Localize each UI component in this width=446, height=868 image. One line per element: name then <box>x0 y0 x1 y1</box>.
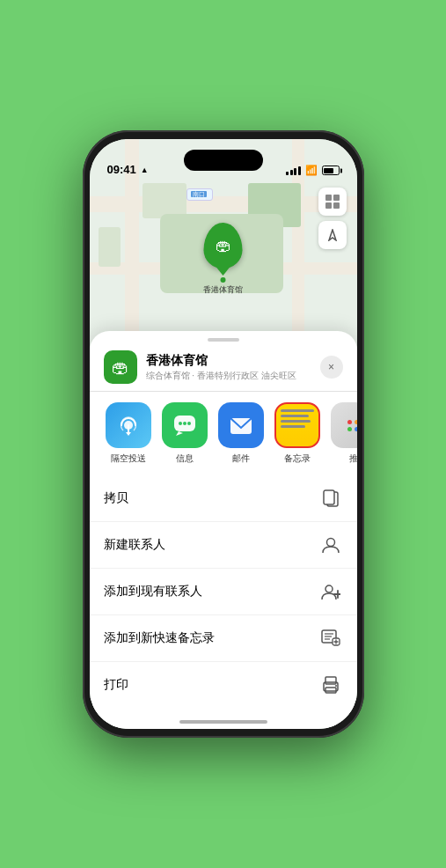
venue-dot <box>221 277 226 283</box>
more-dot-green <box>347 427 352 431</box>
add-contact-icon <box>318 579 343 604</box>
more-dot-red <box>347 420 352 424</box>
copy-icon <box>318 486 343 511</box>
bottom-sheet: 🏟 香港体育馆 综合体育馆 · 香港特别行政区 油尖旺区 × <box>90 331 357 729</box>
venue-map-label: 香港体育馆 <box>203 284 243 296</box>
svg-point-16 <box>325 585 333 592</box>
battery-fill <box>324 168 333 173</box>
map-type-button[interactable] <box>318 188 347 216</box>
close-icon: × <box>328 361 334 373</box>
airdrop-icon <box>106 402 151 448</box>
airdrop-label: 隔空投送 <box>111 452 146 465</box>
venue-thumbnail: 🏟 <box>104 350 137 384</box>
time-display: 09:41 <box>107 163 136 176</box>
more-label: 推 <box>349 452 357 465</box>
action-copy[interactable]: 拷贝 <box>90 475 357 522</box>
more-dot-blue <box>355 427 357 431</box>
share-row: 隔空投送 信息 <box>90 392 357 472</box>
venue-pin: 🏟 <box>204 223 243 268</box>
signal-bar-4 <box>298 166 301 175</box>
location-arrow-icon: ▲ <box>141 166 149 174</box>
action-list: 拷贝 新建联系人 <box>90 472 357 711</box>
print-icon <box>318 673 343 697</box>
messages-icon <box>162 402 208 448</box>
svg-rect-3 <box>333 202 340 209</box>
quick-note-icon <box>318 626 343 651</box>
status-icons: 📶 <box>286 165 340 176</box>
map-controls[interactable] <box>318 188 347 254</box>
svg-point-10 <box>183 422 186 425</box>
notes-line-1 <box>281 409 314 412</box>
more-icon <box>331 402 357 448</box>
action-print[interactable]: 打印 <box>90 662 357 708</box>
notes-line-3 <box>281 420 311 423</box>
action-new-contact-label: 新建联系人 <box>104 537 165 553</box>
svg-marker-4 <box>329 230 336 240</box>
svg-rect-14 <box>324 490 334 504</box>
signal-bar-3 <box>294 168 296 175</box>
more-dot-orange <box>355 420 357 424</box>
signal-bar-1 <box>286 172 289 175</box>
share-airdrop[interactable]: 隔空投送 <box>100 402 157 465</box>
notes-lines <box>276 404 318 446</box>
svg-point-11 <box>187 422 191 425</box>
svg-rect-2 <box>325 202 332 209</box>
action-print-label: 打印 <box>104 677 128 693</box>
svg-point-15 <box>326 539 334 547</box>
phone-frame: 09:41 ▲ 📶 <box>83 130 364 738</box>
venue-thumb-icon: 🏟 <box>112 357 129 378</box>
building-1 <box>143 183 186 218</box>
svg-point-29 <box>335 685 337 687</box>
svg-marker-7 <box>126 432 131 436</box>
action-quick-note-label: 添加到新快速备忘录 <box>104 630 215 646</box>
status-time: 09:41 ▲ <box>107 163 149 176</box>
battery-icon <box>322 166 340 175</box>
venue-info: 香港体育馆 综合体育馆 · 香港特别行政区 油尖旺区 <box>146 353 320 382</box>
phone-screen: 09:41 ▲ 📶 <box>90 139 357 729</box>
signal-bar-2 <box>290 170 293 175</box>
more-dots <box>347 420 357 431</box>
action-add-existing-label: 添加到现有联系人 <box>104 584 202 600</box>
home-indicator <box>179 720 267 724</box>
more-dot-row-2 <box>347 427 357 431</box>
new-contact-icon <box>318 533 343 557</box>
building-2 <box>99 227 121 267</box>
notes-icon <box>274 402 320 448</box>
location-button[interactable] <box>318 221 347 249</box>
signal-bars <box>286 166 301 175</box>
venue-marker[interactable]: 🏟 香港体育馆 <box>203 223 243 296</box>
action-add-existing[interactable]: 添加到现有联系人 <box>90 569 357 615</box>
dynamic-island <box>184 150 263 171</box>
map-label-nankou: 南口 南口 <box>186 188 213 201</box>
svg-rect-27 <box>325 677 336 684</box>
svg-rect-0 <box>325 195 332 201</box>
svg-rect-1 <box>333 195 340 201</box>
more-dot-row-1 <box>347 420 357 424</box>
action-new-contact[interactable]: 新建联系人 <box>90 522 357 569</box>
action-quick-note[interactable]: 添加到新快速备忘录 <box>90 615 357 662</box>
venue-subtitle: 综合体育馆 · 香港特别行政区 油尖旺区 <box>146 370 320 382</box>
close-button[interactable]: × <box>320 356 343 379</box>
notes-label: 备忘录 <box>284 452 311 465</box>
mail-label: 邮件 <box>232 452 250 465</box>
messages-label: 信息 <box>176 452 194 465</box>
svg-rect-28 <box>325 688 336 693</box>
venue-header: 🏟 香港体育馆 综合体育馆 · 香港特别行政区 油尖旺区 × <box>90 342 357 392</box>
action-copy-label: 拷贝 <box>104 490 128 506</box>
share-messages[interactable]: 信息 <box>157 402 213 465</box>
venue-title: 香港体育馆 <box>146 353 320 369</box>
wifi-icon: 📶 <box>305 165 318 176</box>
share-more[interactable]: 推 <box>325 402 357 465</box>
notes-line-2 <box>281 415 309 417</box>
mail-icon <box>218 402 264 448</box>
share-mail[interactable]: 邮件 <box>213 402 269 465</box>
share-notes[interactable]: 备忘录 <box>269 402 325 465</box>
venue-pin-icon: 🏟 <box>216 237 231 255</box>
svg-point-9 <box>179 422 182 425</box>
notes-line-4 <box>281 425 306 428</box>
